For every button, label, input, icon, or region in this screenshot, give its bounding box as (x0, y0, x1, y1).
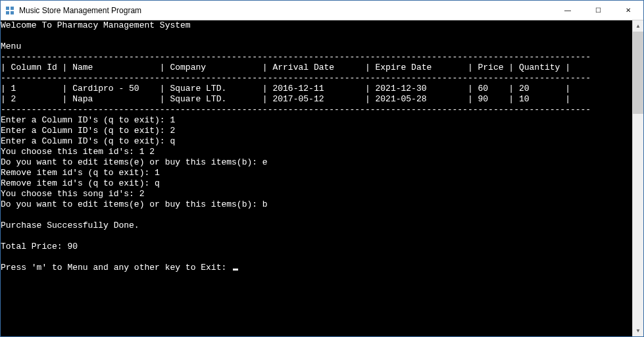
cursor (233, 269, 238, 271)
window-controls: — ☐ ✕ (553, 1, 643, 20)
svg-rect-1 (11, 7, 14, 10)
console-wrap: Welcome To Pharmacy Management System Me… (1, 20, 643, 336)
console-output[interactable]: Welcome To Pharmacy Management System Me… (1, 20, 632, 336)
close-button[interactable]: ✕ (613, 1, 643, 20)
svg-rect-0 (6, 7, 9, 10)
svg-rect-2 (6, 11, 9, 14)
scroll-down-button[interactable]: ▼ (633, 325, 643, 336)
scrollbar-track[interactable] (633, 32, 643, 325)
app-icon (5, 5, 15, 16)
scroll-up-button[interactable]: ▲ (633, 20, 643, 32)
minimize-button[interactable]: — (553, 1, 583, 20)
scrollbar-thumb[interactable] (633, 32, 643, 114)
svg-rect-3 (11, 11, 14, 14)
window-titlebar: Music Store Management Program — ☐ ✕ (1, 1, 643, 20)
maximize-button[interactable]: ☐ (583, 1, 613, 20)
window-title: Music Store Management Program (19, 6, 141, 15)
vertical-scrollbar[interactable]: ▲ ▼ (632, 20, 643, 336)
